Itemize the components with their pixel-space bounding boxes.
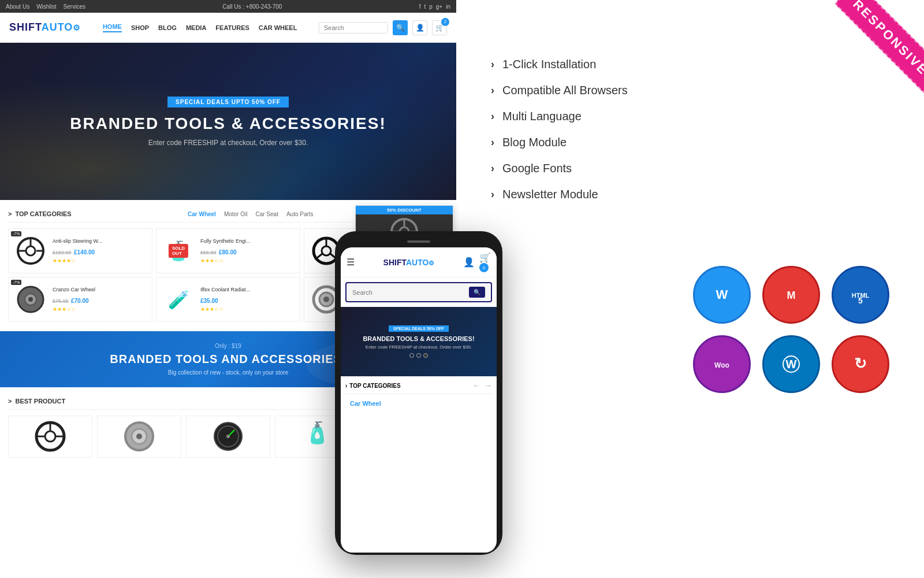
nav-media[interactable]: MEDIA [186, 24, 206, 31]
svg-point-17 [45, 431, 55, 442]
product-price-old: £75.00 [53, 298, 69, 304]
hero-banner: SPECIAL DEALS UPTO 50% OFF BRANDED TOOLS… [0, 43, 456, 200]
product-price-new: £70.00 [71, 298, 89, 304]
nav-blog[interactable]: BLOG [158, 24, 177, 31]
html5-icon[interactable]: HTML 5 [832, 266, 889, 324]
pinterest-icon[interactable]: p [429, 3, 433, 10]
wordpress-icon[interactable]: W [762, 335, 820, 393]
mobile-prev-icon[interactable]: ← [472, 381, 480, 390]
twitter-icon[interactable]: t [424, 3, 426, 10]
facebook-icon[interactable]: f [419, 3, 421, 10]
mobile-user-icon[interactable]: 👤 [463, 257, 475, 268]
hero-title: BRANDED TOOLS & ACCESSORIES! [70, 114, 386, 133]
mobile-logo-text: SHIFT [383, 258, 406, 267]
svg-text:W: W [786, 358, 797, 370]
about-us-link[interactable]: About Us [6, 3, 29, 10]
mobile-next-icon[interactable]: → [484, 381, 492, 390]
best-product-card[interactable] [97, 416, 181, 458]
arrow-icon: › [491, 188, 494, 201]
best-product-card[interactable] [8, 416, 92, 458]
responsive-label: RESPONSIVE [834, 0, 924, 94]
product-card[interactable]: 🧪 Ilfex Coolant Radiat... £35.00 ★★★☆☆ [156, 277, 300, 322]
gplus-icon[interactable]: g+ [436, 3, 442, 10]
product-price-old: £150.00 [53, 250, 72, 255]
product-info: Ilfex Coolant Radiat... £35.00 ★★★☆☆ [200, 287, 295, 312]
responsive-badge: RESPONSIVE [797, 0, 924, 127]
tab-motor-oil[interactable]: Motor Oil [224, 211, 248, 217]
nav-car-wheel[interactable]: CAR WHEEL [259, 24, 297, 31]
product-card[interactable]: -7% Cranzo Car Wheel £75.00 £70.00 ★★★☆☆ [8, 277, 152, 322]
svg-line-8 [316, 254, 322, 258]
product-info: Fully Synthetic Engi... £56.00 £80.00 ★★… [200, 238, 295, 264]
refresh-logo-icon: ↻ [846, 350, 875, 379]
mobile-header: ☰ SHIFTAUTO⚙ 👤 🛒 0 [341, 247, 497, 277]
tech-icons: W M HTML 5 Woo [693, 266, 889, 393]
user-icon[interactable]: 👤 [412, 20, 427, 35]
svg-text:↻: ↻ [854, 355, 867, 372]
svg-text:M: M [787, 290, 796, 301]
svg-text:5: 5 [858, 296, 863, 305]
dot-1[interactable] [409, 353, 414, 358]
steering-icon [35, 421, 66, 453]
woo-logo-icon: Woo [707, 350, 736, 379]
mobile-hero-sub: Enter code FREESHIP at checkout, Order o… [366, 344, 472, 350]
product-stars: ★★★☆☆ [53, 306, 147, 312]
tab-auto-parts[interactable]: Auto Parts [286, 211, 314, 217]
nav-shop[interactable]: SHOP [131, 24, 149, 31]
social-links: f t p g+ in [419, 3, 450, 10]
header-search-input[interactable] [319, 22, 388, 34]
html5-logo-icon: HTML 5 [846, 280, 875, 309]
feature-label: Google Fonts [502, 162, 572, 175]
refresh-icon[interactable]: ↻ [832, 335, 889, 393]
mobile-categories: › TOP CATEGORIES ← → Car Wheel [341, 376, 497, 414]
mobile-search-input[interactable] [352, 289, 469, 296]
wp-logo-icon: W [707, 280, 736, 309]
feature-item: › Newsletter Module [491, 188, 889, 201]
mobile-logo: SHIFTAUTO⚙ [383, 258, 435, 267]
product-name: Ilfex Coolant Radiat... [200, 287, 295, 294]
product-info: Cranzo Car Wheel £75.00 £70.00 ★★★☆☆ [53, 287, 147, 312]
nav-home[interactable]: HOME [103, 23, 122, 32]
top-bar-links: About Us Wishlist Services [6, 3, 85, 10]
magento-icon[interactable]: M [762, 266, 820, 324]
contact-info: Call Us : +800-243-700 [222, 3, 282, 10]
dot-2[interactable] [416, 353, 421, 358]
mobile-dots [409, 353, 428, 358]
hero-subtitle: Enter code FREESHIP at checkout, Order o… [148, 139, 308, 147]
product-image [13, 282, 48, 317]
feature-label: 1-Click Installation [502, 58, 596, 71]
logo-text: SHIFT [9, 21, 42, 33]
product-card[interactable]: 🧴 SOLD OUT Fully Synthetic Engi... £56.0… [156, 228, 300, 273]
wishlist-link[interactable]: Wishlist [36, 3, 56, 10]
product-name: Fully Synthetic Engi... [200, 238, 295, 245]
best-product-card[interactable] [186, 416, 270, 458]
woocommerce-icon[interactable]: Woo [693, 335, 751, 393]
product-price-new: £35.00 [200, 298, 218, 304]
feature-label: Newsletter Module [502, 188, 598, 201]
dot-3[interactable] [423, 353, 428, 358]
best-product-title: BEST PRODUCT [8, 398, 65, 405]
search-button[interactable]: 🔍 [393, 20, 408, 35]
nav-features[interactable]: FEATURES [215, 24, 249, 31]
product-card[interactable]: -7% Anti-slip Steering W... £150.00 £140… [8, 228, 152, 273]
wordpress-blue-icon[interactable]: W [693, 266, 751, 324]
feature-label: Blog Module [502, 136, 567, 149]
mobile-search-button[interactable]: 🔍 [469, 287, 485, 298]
linkedin-icon[interactable]: in [446, 3, 450, 10]
arrow-icon: › [491, 110, 494, 123]
cat-title-text: TOP CATEGORIES [349, 383, 400, 389]
tab-car-seat[interactable]: Car Seat [255, 211, 278, 217]
hamburger-icon[interactable]: ☰ [346, 257, 355, 268]
product-badge: -7% [11, 280, 21, 285]
cart-icon[interactable]: 🛒 2 [432, 20, 447, 35]
mobile-cat-link[interactable]: Car Wheel [345, 398, 492, 409]
tab-car-wheel[interactable]: Car Wheel [188, 211, 216, 217]
feature-label: Compatible All Browsers [502, 84, 628, 97]
services-link[interactable]: Services [64, 3, 85, 10]
divider [345, 394, 492, 394]
product-info: Anti-slip Steering W... £150.00 £140.00 … [53, 238, 147, 264]
mobile-cat-nav: ← → [472, 381, 492, 390]
mobile-cart-wrap[interactable]: 🛒 0 [479, 252, 491, 272]
steering-wheel-icon [16, 236, 45, 265]
logo-text-auto: AUTO [42, 21, 73, 33]
